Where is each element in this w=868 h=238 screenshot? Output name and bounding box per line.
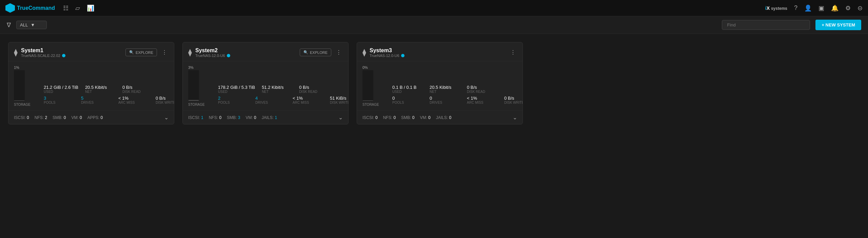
storage-pct: 0% (362, 65, 368, 70)
used-metric: 21.2 GiB / 2.6 TiB USED (44, 85, 78, 94)
drives-label: DRIVES (81, 101, 112, 104)
footer-row: ISCSI: 0 NFS: 2 SMB: 0 VM: 0 APPS: 0 ⌄ (8, 111, 174, 124)
footer-value: 0 (393, 115, 396, 120)
logo-text: TrueCommand (17, 5, 55, 11)
expand-button[interactable]: ⌄ (164, 114, 169, 121)
footer-item: NFS: 2 (35, 115, 47, 120)
net-value: 20.5 Kibit/s (85, 85, 116, 90)
system-name: System2 (195, 47, 296, 54)
nav-icons: ☷ ▱ 📊 (63, 4, 94, 12)
ix-logo: iX systems (765, 5, 787, 11)
grid-view-icon[interactable]: ∇ (7, 21, 11, 29)
metric-pair-1: 21.2 GiB / 2.6 TiB USED 20.5 Kibit/s NET… (44, 85, 174, 94)
filter-dropdown[interactable]: ALL ▼ (16, 21, 47, 29)
disk-read-value: 0 B/s (299, 85, 330, 90)
footer-value: 0 (375, 115, 378, 120)
main-content: ⧫ System1 TrueNAS-SCALE-22.02 🔍 EXPLORE … (0, 34, 868, 133)
arc-miss-value: < 1% (293, 96, 323, 101)
notifications-icon[interactable]: 🔔 (831, 4, 839, 12)
expand-button[interactable]: ⌄ (338, 114, 343, 121)
footer-item: VM: 0 (420, 115, 430, 120)
pools-metric: 2 POOLS (218, 96, 249, 104)
used-label: USED (392, 90, 423, 94)
used-label: USED (44, 90, 78, 94)
storage-label: STORAGE (188, 103, 205, 106)
metrics-row: 0% STORAGE 0.1 B / 0.1 B USED 20.5 (362, 65, 517, 106)
footer-item: SMB: 3 (227, 115, 240, 120)
system-card-2: ⧫ System2 TrueNAS-12.0-U6 🔍 EXPLORE ⋮ 3% (182, 42, 349, 124)
metric-pair-2: 3 POOLS 5 DRIVES < 1% ARC MISS 0 B/s (44, 96, 174, 104)
status-indicator (62, 54, 65, 57)
pools-label: POOLS (44, 101, 74, 104)
apps-grid-icon[interactable]: ⊝ (857, 4, 863, 12)
filter-label: ALL (20, 22, 28, 27)
footer-value: 0 (219, 115, 221, 120)
nas-icon: ⧫ (14, 48, 18, 57)
disk-read-label: DISK READ (467, 90, 497, 94)
storage-bar-fill (362, 100, 373, 101)
display-icon[interactable]: ▣ (818, 4, 824, 12)
nas-icon: ⧫ (362, 48, 366, 57)
metric-pair-1: 0.1 B / 0.1 B USED 20.5 Kibit/s NET 0 B/… (392, 85, 523, 94)
disk-write-label: DISK WRITE (156, 101, 174, 104)
settings-icon[interactable]: ⚙ (845, 4, 851, 12)
disk-read-metric: 0 B/s DISK READ (299, 85, 330, 94)
footer-value: 1 (201, 115, 203, 120)
metrics-area: 1% STORAGE 21.2 GiB / 2.6 TiB USED (8, 61, 174, 111)
storage-block: 3% STORAGE (188, 65, 215, 106)
net-label: NET (430, 90, 460, 94)
more-options-button[interactable]: ⋮ (160, 48, 169, 56)
explore-label: EXPLORE (136, 51, 153, 55)
systems-icon[interactable]: ☷ (63, 4, 68, 12)
arc-miss-metric: < 1% ARC MISS (467, 96, 497, 104)
disk-read-value: 0 B/s (122, 85, 153, 90)
metrics-area: 3% STORAGE 178.2 GiB / 5.3 TiB USED (183, 61, 348, 111)
footer-value: 1 (275, 115, 277, 120)
footer-item: SMB: 0 (401, 115, 414, 120)
expand-button[interactable]: ⌄ (513, 114, 517, 121)
disk-read-metric: 0 B/s DISK READ (467, 85, 497, 94)
more-options-button[interactable]: ⋮ (509, 48, 517, 56)
explore-button[interactable]: 🔍 EXPLORE (300, 48, 331, 56)
metrics-center: 21.2 GiB / 2.6 TiB USED 20.5 Kibit/s NET… (41, 85, 174, 106)
footer-item: ISCSI: 0 (14, 115, 29, 120)
footer-item: APPS: 0 (87, 115, 103, 120)
footer-value: 0 (428, 115, 431, 120)
chart-icon[interactable]: 📊 (87, 4, 94, 12)
more-options-button[interactable]: ⋮ (335, 48, 343, 56)
net-metric: 20.5 Kibit/s NET (430, 85, 460, 94)
drives-metric: 4 DRIVES (255, 96, 286, 104)
storage-bar-fill (188, 100, 199, 101)
footer-value: 0 (100, 115, 103, 120)
footer-item: VM: 0 (245, 115, 256, 120)
status-indicator (227, 54, 230, 57)
nav-right: iX systems ? 👤 ▣ 🔔 ⚙ ⊝ (765, 4, 863, 12)
pools-label: POOLS (392, 101, 423, 104)
new-system-button[interactable]: + NEW SYSTEM (815, 20, 861, 30)
footer-item: NFS: 0 (383, 115, 396, 120)
used-value: 178.2 GiB / 5.3 TiB (218, 85, 255, 90)
database-icon[interactable]: ▱ (75, 4, 80, 12)
profile-icon[interactable]: 👤 (804, 4, 812, 12)
system-card-3: ⧫ System3 TrueNAS-12.0-U6 ⋮ 0% STORA (357, 42, 523, 124)
storage-bar (14, 70, 25, 101)
toolbar: ∇ ALL ▼ + NEW SYSTEM (0, 16, 868, 34)
system-version: TrueNAS-SCALE-22.02 (21, 54, 122, 58)
net-label: NET (85, 90, 116, 94)
card-title-wrap: System1 TrueNAS-SCALE-22.02 (21, 47, 122, 58)
footer-value: 2 (45, 115, 47, 120)
top-navigation: TrueCommand ☷ ▱ 📊 iX systems ? 👤 ▣ 🔔 ⚙ ⊝ (0, 0, 868, 16)
explore-button[interactable]: 🔍 EXPLORE (125, 48, 157, 56)
arc-miss-label: ARC MISS (118, 101, 149, 104)
drives-metric: 5 DRIVES (81, 96, 112, 104)
metric-pair-2: 2 POOLS 4 DRIVES < 1% ARC MISS 51 KiB/ (218, 96, 349, 104)
logo[interactable]: TrueCommand (5, 3, 55, 13)
metrics-center: 0.1 B / 0.1 B USED 20.5 Kibit/s NET 0 B/… (390, 85, 523, 106)
find-input[interactable] (722, 20, 810, 30)
metrics-row: 3% STORAGE 178.2 GiB / 5.3 TiB USED (188, 65, 343, 106)
net-value: 20.5 Kibit/s (430, 85, 460, 90)
disk-write-label: DISK WRITE (330, 101, 349, 104)
footer-row: ISCSI: 0 NFS: 0 SMB: 0 VM: 0 JAILS: 0 ⌄ (357, 111, 522, 124)
pools-value: 0 (392, 96, 423, 101)
help-icon[interactable]: ? (794, 4, 797, 12)
